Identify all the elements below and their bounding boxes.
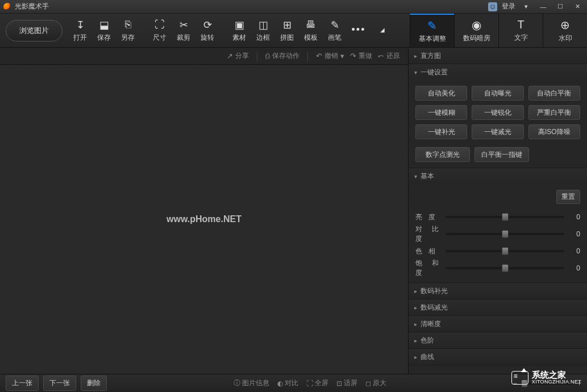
open-icon: ↧ xyxy=(76,19,85,31)
oneclick-button[interactable]: 一键减光 xyxy=(472,124,523,139)
tool-brush[interactable]: ✎画笔 xyxy=(323,14,347,47)
oneclick-button[interactable]: 自动白平衡 xyxy=(528,86,580,101)
tool-template[interactable]: 🖶模板 xyxy=(299,14,323,47)
zoom-slider[interactable] xyxy=(522,382,573,385)
oneclick-button[interactable]: 一键锐化 xyxy=(472,105,523,120)
tool-crop[interactable]: ✂裁剪 xyxy=(172,14,195,47)
canvas-watermark: www.pHome.NET xyxy=(166,214,242,224)
oneclick-button[interactable]: 严重白平衡 xyxy=(528,105,580,120)
action-bar: ↗分享 ⎙保存动作 ↶撤销 ▾ ↷重做 ⤺还原 xyxy=(0,48,408,65)
rotate-icon: ⟳ xyxy=(203,19,212,31)
save-as-icon: ⎘ xyxy=(125,19,131,31)
crop-icon: ✂ xyxy=(180,19,188,31)
restore-button[interactable]: ⤺还原 xyxy=(378,51,400,61)
material-icon: ▣ xyxy=(235,19,244,31)
browse-button[interactable]: 浏览图片 xyxy=(6,20,63,41)
minimize-button[interactable]: — xyxy=(537,2,549,11)
prev-button[interactable]: 上一张 xyxy=(6,376,39,391)
text-icon: T xyxy=(517,18,524,31)
size-icon: ⛶ xyxy=(155,19,165,31)
slider-label: 饱 和 度 xyxy=(415,258,441,278)
panel-collapsed[interactable]: ▸色阶 xyxy=(409,332,587,348)
tab-watermark[interactable]: ⊕水印 xyxy=(543,14,587,47)
slider-label: 色 相 xyxy=(415,247,441,256)
tab-text[interactable]: T文字 xyxy=(498,14,543,47)
fullscreen-button[interactable]: ⛶全屏 xyxy=(306,378,328,388)
slider[interactable] xyxy=(446,267,564,269)
side-panel: ▸直方图 ▾一键设置 自动美化自动曝光自动白平衡一键模糊一键锐化严重白平衡一键补… xyxy=(409,48,587,374)
slider[interactable] xyxy=(446,216,564,218)
redo-button[interactable]: ↷重做 xyxy=(350,51,372,61)
save-action-button[interactable]: ⎙保存动作 xyxy=(265,51,299,61)
slider-value: 0 xyxy=(569,247,580,255)
close-button[interactable]: ✕ xyxy=(571,2,584,11)
oneclick-button[interactable]: 白平衡一指键 xyxy=(474,147,529,162)
zoom-in-icon[interactable]: + xyxy=(577,380,581,387)
oneclick-button[interactable]: 数字点测光 xyxy=(415,147,470,162)
canvas[interactable]: www.pHome.NET xyxy=(0,65,408,374)
tool-save-as[interactable]: ⎘另存 xyxy=(116,14,140,47)
oneclick-button[interactable]: 一键补光 xyxy=(415,124,467,139)
next-button[interactable]: 下一张 xyxy=(43,376,76,391)
fit-button[interactable]: ⊡适屏 xyxy=(336,378,357,388)
tab-basic-adjust[interactable]: ✎基本调整 xyxy=(410,14,454,47)
original-size-button[interactable]: ◻原大 xyxy=(365,378,386,388)
tool-size[interactable]: ⛶尺寸 xyxy=(148,14,172,47)
tool-rotate[interactable]: ⟳旋转 xyxy=(195,14,219,47)
darkroom-icon: ◉ xyxy=(472,18,481,32)
template-icon: 🖶 xyxy=(306,19,316,31)
brush-icon: ✎ xyxy=(331,19,339,31)
slider-label: 亮 度 xyxy=(415,212,441,222)
slider-value: 0 xyxy=(569,213,580,221)
app-title: 光影魔术手 xyxy=(15,2,488,11)
login-link[interactable]: 登录 xyxy=(502,2,515,11)
panel-collapsed[interactable]: ▸清晰度 xyxy=(409,316,587,332)
tool-save[interactable]: ⬓保存 xyxy=(92,14,116,47)
border-icon: ◫ xyxy=(259,19,268,31)
save-icon: ⬓ xyxy=(99,19,109,31)
app-logo-icon xyxy=(3,3,11,11)
panel-collapsed[interactable]: ▸数码补光 xyxy=(409,283,587,299)
panel-histogram[interactable]: ▸直方图 xyxy=(409,48,587,64)
panel-basic[interactable]: ▾基本 xyxy=(409,168,587,184)
oneclick-button[interactable]: 自动曝光 xyxy=(472,86,523,101)
tool-more[interactable]: ••• xyxy=(347,14,370,47)
oneclick-button[interactable]: 一键模糊 xyxy=(415,105,467,120)
collage-icon: ⊞ xyxy=(283,19,292,31)
slider[interactable] xyxy=(446,233,564,235)
tool-open[interactable]: ↧打开 xyxy=(68,14,92,47)
undo-button[interactable]: ↶撤销 ▾ xyxy=(316,51,344,61)
slider-value: 0 xyxy=(569,264,580,272)
footer: 上一张 下一张 删除 ⓘ图片信息 ◐对比 ⛶全屏 ⊡适屏 ◻原大 − + xyxy=(0,374,587,392)
share-button[interactable]: ↗分享 xyxy=(227,51,249,61)
zoom-out-icon[interactable]: − xyxy=(513,380,517,387)
slider-label: 对 比 度 xyxy=(415,224,441,244)
slider[interactable] xyxy=(446,250,564,252)
compare-button[interactable]: ◐对比 xyxy=(277,378,298,388)
panel-collapsed[interactable]: ▸曲线 xyxy=(409,349,587,365)
tool-collage[interactable]: ⊞拼图 xyxy=(275,14,299,47)
titlebar: 光影魔术手 登录 ▾ — ☐ ✕ xyxy=(0,0,587,14)
login-icon[interactable] xyxy=(488,2,497,11)
maximize-button[interactable]: ☐ xyxy=(554,2,567,11)
basic-adjust-icon: ✎ xyxy=(427,19,437,32)
panel-collapsed[interactable]: ▸数码减光 xyxy=(409,299,587,315)
tab-darkroom[interactable]: ◉数码暗房 xyxy=(454,14,498,47)
tool-border[interactable]: ◫边框 xyxy=(251,14,275,47)
tool-material[interactable]: ▣素材 xyxy=(227,14,251,47)
image-info-button[interactable]: ⓘ图片信息 xyxy=(234,378,269,388)
delete-button[interactable]: 删除 xyxy=(81,376,107,391)
panel-oneclick[interactable]: ▾一键设置 xyxy=(409,64,587,80)
watermark-icon: ⊕ xyxy=(560,18,570,32)
pin-button[interactable]: ▾ xyxy=(520,2,532,11)
oneclick-button[interactable]: 高ISO降噪 xyxy=(528,124,580,139)
oneclick-button[interactable]: 自动美化 xyxy=(415,86,467,101)
reset-button[interactable]: 重置 xyxy=(556,190,580,204)
main-toolbar: 浏览图片 ↧打开⬓保存⎘另存⛶尺寸✂裁剪⟳旋转▣素材◫边框⊞拼图🖶模板✎画笔••… xyxy=(0,14,587,48)
slider-value: 0 xyxy=(569,230,580,238)
more-icon: ••• xyxy=(352,23,366,36)
